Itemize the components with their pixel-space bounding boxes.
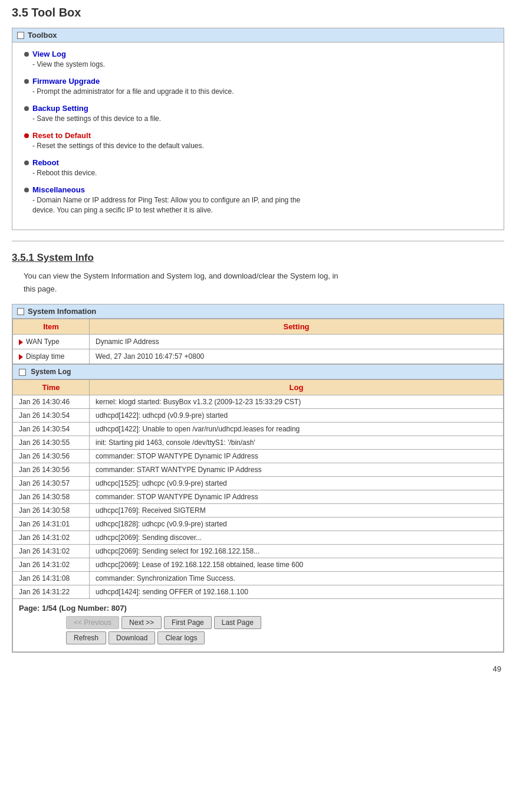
sysinfo-row-wan: WAN Type Dynamic IP Address [13, 335, 504, 349]
log-row: Jan 26 14:31:02udhcpc[2069]: Lease of 19… [13, 558, 504, 572]
toolbox-header-label: Toolbox [28, 31, 57, 40]
log-entry-7: commander: STOP WANTYPE Dynamic IP Addre… [90, 490, 504, 504]
log-row: Jan 26 14:30:56commander: STOP WANTYPE D… [13, 450, 504, 463]
log-entry-11: udhcpc[2069]: Sending select for 192.168… [90, 545, 504, 558]
arrow-icon-wan [19, 339, 23, 345]
log-time-2: Jan 26 14:30:54 [13, 423, 90, 436]
log-time-6: Jan 26 14:30:57 [13, 477, 90, 490]
misc-desc-line1: - Domain Name or IP address for Ping Tes… [32, 196, 492, 204]
syslog-header-table: System Log [12, 364, 504, 379]
sysinfo-header-label: System Infomation [28, 307, 96, 316]
log-row: Jan 26 14:30:57udhcpc[1525]: udhcpc (v0.… [13, 477, 504, 490]
log-row: Jan 26 14:30:54udhcpd[1422]: udhcpd (v0.… [13, 409, 504, 423]
toolbox-item-reboot: Reboot - Reboot this device. [24, 158, 492, 177]
bullet-reset [24, 133, 29, 138]
log-row: Jan 26 14:31:01udhcpc[1828]: udhcpc (v0.… [13, 518, 504, 531]
btn-row-2: Refresh Download Clear logs [19, 631, 497, 644]
log-entry-3: init: Starting pid 1463, console /dev/tt… [90, 436, 504, 450]
toolbox-item-reset: Reset to Default - Reset the settings of… [24, 131, 492, 150]
section-divider [12, 241, 504, 241]
log-row: Jan 26 14:30:54udhcpd[1422]: Unable to o… [13, 423, 504, 436]
log-row: Jan 26 14:31:02udhcpc[2069]: Sending dis… [13, 531, 504, 545]
bullet-backup [24, 106, 29, 111]
log-col-time: Time [13, 380, 90, 395]
log-entry-8: udhcpc[1769]: Received SIGTERM [90, 504, 504, 518]
log-time-1: Jan 26 14:30:54 [13, 409, 90, 423]
log-entry-9: udhcpc[1828]: udhcpc (v0.9.9-pre) starte… [90, 518, 504, 531]
desc-line1: You can view the System Information and … [24, 271, 338, 280]
log-row: Jan 26 14:31:22udhcpd[1424]: sending OFF… [13, 585, 504, 599]
log-entry-1: udhcpd[1422]: udhcpd (v0.9.9-pre) starte… [90, 409, 504, 423]
viewlog-title[interactable]: View Log [32, 50, 66, 58]
description: You can view the System Information and … [24, 270, 492, 296]
refresh-button[interactable]: Refresh [66, 631, 106, 644]
sysinfo-table: Item Setting WAN Type Dynamic IP Address… [12, 319, 504, 364]
misc-desc-line2: device. You can ping a secific IP to tes… [32, 206, 492, 214]
sysinfo-time-setting: Wed, 27 Jan 2010 16:47:57 +0800 [90, 349, 504, 364]
viewlog-desc: - View the system logs. [32, 60, 492, 68]
log-entry-13: commander: Synchronization Time Success. [90, 572, 504, 585]
log-time-3: Jan 26 14:30:55 [13, 436, 90, 450]
log-row: Jan 26 14:30:56commander: START WANTYPE … [13, 463, 504, 477]
reboot-title[interactable]: Reboot [32, 158, 59, 167]
reset-desc: - Reset the settings of this device to t… [32, 142, 492, 150]
log-row: Jan 26 14:31:08commander: Synchronizatio… [13, 572, 504, 585]
firmware-desc: - Prompt the administrator for a file an… [32, 87, 492, 96]
toolbox-item-backup: Backup Setting - Save the settings of th… [24, 104, 492, 123]
log-time-12: Jan 26 14:31:02 [13, 558, 90, 572]
backup-title[interactable]: Backup Setting [32, 104, 88, 113]
sysinfo-wan-setting: Dynamic IP Address [90, 335, 504, 349]
footer-page-number: 49 [12, 664, 504, 673]
firmware-title[interactable]: Firmware Upgrade [32, 77, 100, 86]
previous-button[interactable]: << Previous [66, 616, 119, 629]
page-info: Page: 1/54 (Log Number: 807) [19, 604, 497, 613]
bullet-firmware [24, 79, 29, 84]
bullet-misc [24, 188, 29, 192]
syslog-box-icon [19, 369, 26, 376]
log-time-7: Jan 26 14:30:58 [13, 490, 90, 504]
log-time-4: Jan 26 14:30:56 [13, 450, 90, 463]
next-button[interactable]: Next >> [121, 616, 162, 629]
btn-row-1: << Previous Next >> First Page Last Page [19, 616, 497, 629]
log-time-13: Jan 26 14:31:08 [13, 572, 90, 585]
sysinfo-col-item: Item [13, 319, 90, 335]
last-page-button[interactable]: Last Page [214, 616, 261, 629]
log-entry-6: udhcpc[1525]: udhcpc (v0.9.9-pre) starte… [90, 477, 504, 490]
log-entry-4: commander: STOP WANTYPE Dynamic IP Addre… [90, 450, 504, 463]
log-entry-2: udhcpd[1422]: Unable to open /var/run/ud… [90, 423, 504, 436]
log-col-log: Log [90, 380, 504, 395]
log-table: Time Log Jan 26 14:30:46kernel: klogd st… [12, 379, 504, 599]
toolbox-item-viewlog: View Log - View the system logs. [24, 50, 492, 68]
toolbox-item-firmware: Firmware Upgrade - Prompt the administra… [24, 77, 492, 96]
log-time-5: Jan 26 14:30:56 [13, 463, 90, 477]
log-time-14: Jan 26 14:31:22 [13, 585, 90, 599]
arrow-icon-time [19, 354, 23, 360]
sysinfo-time-item: Display time [13, 349, 90, 364]
log-entry-0: kernel: klogd started: BusyBox v1.3.2 (2… [90, 395, 504, 409]
page-title: 3.5 Tool Box [12, 6, 504, 19]
log-time-9: Jan 26 14:31:01 [13, 518, 90, 531]
sysinfo-box-icon [17, 308, 24, 315]
bullet-viewlog [24, 52, 29, 57]
sysinfo-col-setting: Setting [90, 319, 504, 335]
toolbox-header: Toolbox [12, 28, 504, 42]
misc-title[interactable]: Miscellaneous [32, 185, 85, 194]
pagination-section: Page: 1/54 (Log Number: 807) << Previous… [12, 599, 504, 652]
log-row: Jan 26 14:31:02udhcpc[2069]: Sending sel… [13, 545, 504, 558]
log-row: Jan 26 14:30:58commander: STOP WANTYPE D… [13, 490, 504, 504]
clear-logs-button[interactable]: Clear logs [157, 631, 205, 644]
log-row: Jan 26 14:30:46kernel: klogd started: Bu… [13, 395, 504, 409]
reset-title[interactable]: Reset to Default [32, 131, 91, 140]
download-button[interactable]: Download [109, 631, 155, 644]
log-time-11: Jan 26 14:31:02 [13, 545, 90, 558]
toolbox-item-misc: Miscellaneous - Domain Name or IP addres… [24, 185, 492, 214]
log-time-8: Jan 26 14:30:58 [13, 504, 90, 518]
sysinfo-wan-item: WAN Type [13, 335, 90, 349]
toolbox-icon [17, 32, 24, 39]
toolbox-container: Toolbox View Log - View the system logs.… [12, 28, 504, 230]
log-row: Jan 26 14:30:58udhcpc[1769]: Received SI… [13, 504, 504, 518]
first-page-button[interactable]: First Page [164, 616, 212, 629]
syslog-section-header: System Log [13, 365, 504, 379]
reboot-desc: - Reboot this device. [32, 169, 492, 177]
log-time-0: Jan 26 14:30:46 [13, 395, 90, 409]
